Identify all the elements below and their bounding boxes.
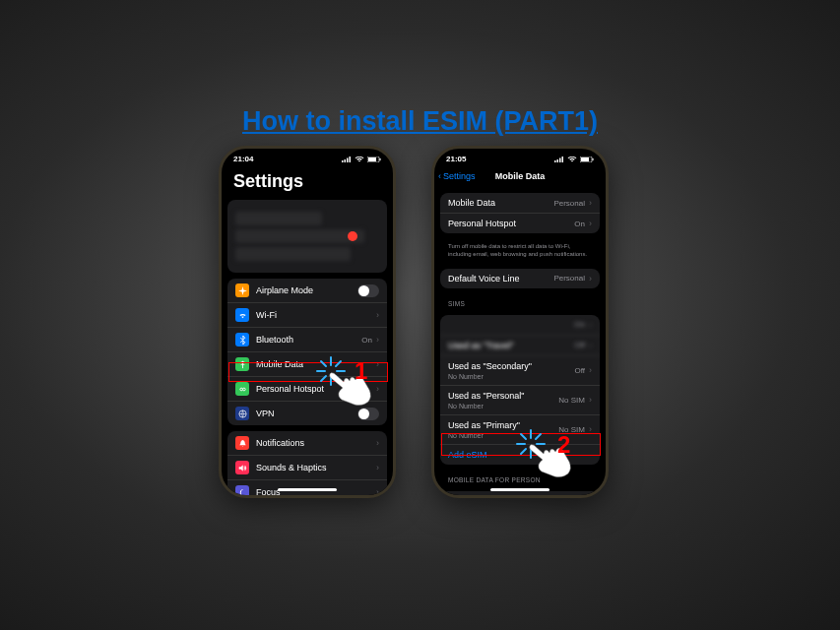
chevron-right-icon: › bbox=[589, 365, 592, 375]
phone-mockup-step1: 21:04 Settings Airplane Mode bbox=[219, 146, 396, 498]
current-period-value: 7.9 GB bbox=[563, 496, 588, 498]
notifications-row[interactable]: Notifications › bbox=[227, 431, 387, 456]
status-time: 21:04 bbox=[233, 155, 253, 163]
chevron-right-icon: › bbox=[376, 359, 379, 369]
bluetooth-value: On bbox=[361, 336, 372, 345]
svg-point-8 bbox=[242, 388, 245, 391]
airplane-label: Airplane Mode bbox=[256, 285, 357, 295]
usage-section: Current Period 7.9 GB bbox=[440, 491, 600, 498]
voice-label: Default Voice Line bbox=[448, 274, 553, 284]
sounds-label: Sounds & Haptics bbox=[256, 463, 376, 472]
sim-value: Off bbox=[574, 341, 585, 349]
chevron-right-icon: › bbox=[589, 341, 592, 350]
sim-sub: No Number bbox=[448, 403, 558, 410]
step2-number: 2 bbox=[557, 431, 570, 459]
back-label: Settings bbox=[443, 171, 476, 181]
chevron-right-icon: › bbox=[376, 487, 379, 497]
svg-rect-6 bbox=[380, 158, 381, 159]
screen-title: Mobile Data bbox=[495, 171, 546, 181]
status-indicators bbox=[554, 157, 594, 162]
chevron-right-icon: › bbox=[376, 384, 379, 394]
svg-rect-23 bbox=[581, 158, 589, 161]
chevron-right-icon: › bbox=[589, 424, 592, 434]
sim-value: No SIM bbox=[558, 396, 585, 405]
svg-line-31 bbox=[536, 434, 541, 439]
settings-title: Settings bbox=[227, 165, 387, 200]
airplane-icon bbox=[235, 284, 249, 297]
hotspot-value: On bbox=[574, 220, 585, 228]
svg-rect-20 bbox=[559, 158, 561, 162]
data-caption: Turn off mobile data to restrict all dat… bbox=[440, 239, 600, 263]
svg-line-16 bbox=[336, 361, 341, 366]
battery-icon bbox=[367, 157, 381, 162]
hotspot-label: Personal Hotspot bbox=[448, 219, 574, 228]
chevron-right-icon: › bbox=[589, 219, 592, 228]
sim-row[interactable]: Used as "Secondary" No Number Off › bbox=[440, 356, 600, 386]
phone-mockup-step2: 21:05 ‹ Settings Mobile Data Mobile Data… bbox=[431, 146, 609, 498]
airplane-mode-row[interactable]: Airplane Mode bbox=[227, 279, 387, 303]
current-period-row[interactable]: Current Period 7.9 GB bbox=[440, 491, 600, 498]
svg-rect-18 bbox=[554, 160, 556, 162]
svg-rect-21 bbox=[562, 157, 564, 162]
back-button[interactable]: ‹ Settings bbox=[438, 171, 476, 181]
chevron-left-icon: ‹ bbox=[438, 171, 441, 181]
hotspot-row[interactable]: Personal Hotspot On › bbox=[440, 214, 600, 233]
home-indicator bbox=[490, 488, 549, 491]
wifi-label: Wi-Fi bbox=[256, 310, 372, 320]
sounds-row[interactable]: Sounds & Haptics › bbox=[227, 456, 387, 480]
chevron-right-icon: › bbox=[376, 463, 379, 472]
hotspot-icon bbox=[235, 382, 249, 396]
antenna-icon bbox=[235, 357, 249, 371]
notifications-label: Notifications bbox=[256, 438, 376, 448]
sim-label: Used as "Personal" bbox=[448, 391, 558, 401]
sim-row[interactable]: Used as "Personal" No Number No SIM › bbox=[440, 386, 600, 415]
svg-rect-5 bbox=[368, 158, 376, 161]
phone-notch bbox=[481, 149, 559, 162]
battery-icon bbox=[580, 157, 594, 162]
wifi-icon bbox=[567, 157, 577, 162]
airplane-toggle[interactable] bbox=[357, 284, 379, 297]
wifi-row-icon bbox=[235, 308, 249, 322]
svg-rect-3 bbox=[350, 157, 352, 162]
account-section-blurred bbox=[227, 200, 387, 273]
chevron-right-icon: › bbox=[376, 438, 379, 448]
phone-notch bbox=[268, 149, 347, 162]
svg-line-29 bbox=[521, 434, 526, 439]
voice-line-row[interactable]: Default Voice Line Personal › bbox=[440, 269, 600, 288]
svg-rect-2 bbox=[347, 158, 349, 162]
svg-rect-24 bbox=[593, 158, 594, 159]
moon-icon bbox=[235, 485, 249, 498]
data-section: Mobile Data Personal › Personal Hotspot … bbox=[440, 193, 600, 233]
sims-header: SIMs bbox=[440, 294, 600, 309]
sim-label: Used as "Travel" bbox=[448, 341, 574, 350]
usage-header: MOBILE DATA FOR PERSON bbox=[440, 471, 600, 485]
bluetooth-icon bbox=[235, 333, 249, 346]
wifi-icon bbox=[355, 157, 364, 162]
sim-row[interactable]: On › bbox=[440, 315, 600, 336]
vpn-icon bbox=[235, 407, 249, 420]
speaker-icon bbox=[235, 461, 249, 474]
wifi-row[interactable]: Wi-Fi › bbox=[227, 303, 387, 328]
step1-number: 1 bbox=[355, 357, 367, 385]
current-period-label: Current Period bbox=[448, 496, 563, 498]
svg-line-14 bbox=[321, 361, 326, 366]
chevron-right-icon: › bbox=[376, 310, 379, 320]
sim-row[interactable]: Used as "Travel" Off › bbox=[440, 336, 600, 356]
sim-sub: No Number bbox=[448, 373, 574, 380]
chevron-right-icon: › bbox=[589, 320, 592, 330]
bluetooth-label: Bluetooth bbox=[256, 335, 361, 345]
sim-value: On bbox=[574, 320, 585, 329]
chevron-right-icon: › bbox=[589, 395, 592, 405]
chevron-right-icon: › bbox=[589, 274, 592, 284]
status-time: 21:05 bbox=[446, 155, 466, 163]
chevron-right-icon: › bbox=[376, 335, 379, 345]
svg-rect-1 bbox=[345, 159, 347, 162]
mobile-data-value: Personal bbox=[553, 199, 585, 208]
bell-icon bbox=[235, 436, 249, 450]
bluetooth-row[interactable]: Bluetooth On › bbox=[227, 328, 387, 352]
chevron-right-icon: › bbox=[589, 198, 592, 208]
voice-section: Default Voice Line Personal › bbox=[440, 269, 600, 288]
mobile-data-row[interactable]: Mobile Data Personal › bbox=[440, 193, 600, 214]
status-indicators bbox=[342, 157, 381, 162]
sim-label: Used as "Secondary" bbox=[448, 361, 574, 371]
